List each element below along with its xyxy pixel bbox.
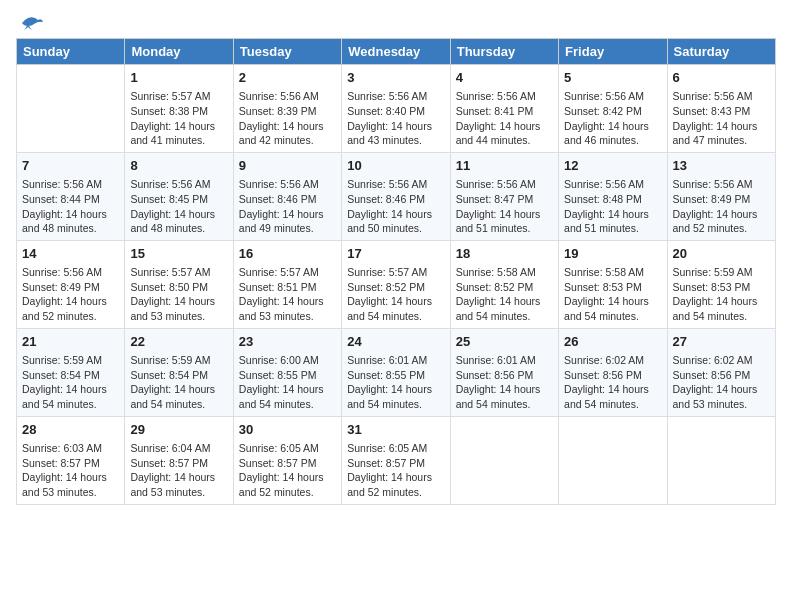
calendar-cell	[559, 416, 667, 504]
day-number: 19	[564, 245, 661, 263]
cell-content: Sunrise: 5:56 AM Sunset: 8:46 PM Dayligh…	[239, 177, 336, 236]
logo-bird-icon	[18, 16, 44, 36]
calendar-cell: 1Sunrise: 5:57 AM Sunset: 8:38 PM Daylig…	[125, 65, 233, 153]
weekday-header-monday: Monday	[125, 39, 233, 65]
cell-content: Sunrise: 5:59 AM Sunset: 8:53 PM Dayligh…	[673, 265, 770, 324]
cell-content: Sunrise: 5:56 AM Sunset: 8:45 PM Dayligh…	[130, 177, 227, 236]
weekday-header-tuesday: Tuesday	[233, 39, 341, 65]
day-number: 3	[347, 69, 444, 87]
calendar-cell: 13Sunrise: 5:56 AM Sunset: 8:49 PM Dayli…	[667, 152, 775, 240]
calendar-cell: 15Sunrise: 5:57 AM Sunset: 8:50 PM Dayli…	[125, 240, 233, 328]
day-number: 9	[239, 157, 336, 175]
day-number: 25	[456, 333, 553, 351]
calendar-cell: 17Sunrise: 5:57 AM Sunset: 8:52 PM Dayli…	[342, 240, 450, 328]
cell-content: Sunrise: 5:56 AM Sunset: 8:48 PM Dayligh…	[564, 177, 661, 236]
weekday-header-saturday: Saturday	[667, 39, 775, 65]
day-number: 13	[673, 157, 770, 175]
day-number: 22	[130, 333, 227, 351]
calendar-cell: 18Sunrise: 5:58 AM Sunset: 8:52 PM Dayli…	[450, 240, 558, 328]
calendar-cell	[667, 416, 775, 504]
calendar-cell: 6Sunrise: 5:56 AM Sunset: 8:43 PM Daylig…	[667, 65, 775, 153]
cell-content: Sunrise: 5:58 AM Sunset: 8:52 PM Dayligh…	[456, 265, 553, 324]
weekday-header-sunday: Sunday	[17, 39, 125, 65]
day-number: 27	[673, 333, 770, 351]
calendar-cell: 11Sunrise: 5:56 AM Sunset: 8:47 PM Dayli…	[450, 152, 558, 240]
day-number: 1	[130, 69, 227, 87]
day-number: 12	[564, 157, 661, 175]
calendar-cell	[17, 65, 125, 153]
calendar-cell: 3Sunrise: 5:56 AM Sunset: 8:40 PM Daylig…	[342, 65, 450, 153]
cell-content: Sunrise: 6:01 AM Sunset: 8:55 PM Dayligh…	[347, 353, 444, 412]
day-number: 23	[239, 333, 336, 351]
calendar-cell: 19Sunrise: 5:58 AM Sunset: 8:53 PM Dayli…	[559, 240, 667, 328]
cell-content: Sunrise: 5:59 AM Sunset: 8:54 PM Dayligh…	[22, 353, 119, 412]
calendar-cell: 10Sunrise: 5:56 AM Sunset: 8:46 PM Dayli…	[342, 152, 450, 240]
day-number: 30	[239, 421, 336, 439]
cell-content: Sunrise: 5:56 AM Sunset: 8:43 PM Dayligh…	[673, 89, 770, 148]
cell-content: Sunrise: 6:01 AM Sunset: 8:56 PM Dayligh…	[456, 353, 553, 412]
cell-content: Sunrise: 5:58 AM Sunset: 8:53 PM Dayligh…	[564, 265, 661, 324]
day-number: 2	[239, 69, 336, 87]
cell-content: Sunrise: 5:56 AM Sunset: 8:44 PM Dayligh…	[22, 177, 119, 236]
cell-content: Sunrise: 5:56 AM Sunset: 8:42 PM Dayligh…	[564, 89, 661, 148]
day-number: 6	[673, 69, 770, 87]
logo	[16, 16, 44, 34]
calendar-cell: 31Sunrise: 6:05 AM Sunset: 8:57 PM Dayli…	[342, 416, 450, 504]
calendar-cell: 25Sunrise: 6:01 AM Sunset: 8:56 PM Dayli…	[450, 328, 558, 416]
cell-content: Sunrise: 5:56 AM Sunset: 8:47 PM Dayligh…	[456, 177, 553, 236]
day-number: 21	[22, 333, 119, 351]
calendar-cell	[450, 416, 558, 504]
calendar-cell: 29Sunrise: 6:04 AM Sunset: 8:57 PM Dayli…	[125, 416, 233, 504]
cell-content: Sunrise: 5:59 AM Sunset: 8:54 PM Dayligh…	[130, 353, 227, 412]
calendar-cell: 16Sunrise: 5:57 AM Sunset: 8:51 PM Dayli…	[233, 240, 341, 328]
calendar-cell: 8Sunrise: 5:56 AM Sunset: 8:45 PM Daylig…	[125, 152, 233, 240]
calendar-cell: 14Sunrise: 5:56 AM Sunset: 8:49 PM Dayli…	[17, 240, 125, 328]
calendar-cell: 9Sunrise: 5:56 AM Sunset: 8:46 PM Daylig…	[233, 152, 341, 240]
calendar-cell: 23Sunrise: 6:00 AM Sunset: 8:55 PM Dayli…	[233, 328, 341, 416]
day-number: 15	[130, 245, 227, 263]
cell-content: Sunrise: 6:00 AM Sunset: 8:55 PM Dayligh…	[239, 353, 336, 412]
day-number: 4	[456, 69, 553, 87]
day-number: 11	[456, 157, 553, 175]
cell-content: Sunrise: 5:56 AM Sunset: 8:49 PM Dayligh…	[22, 265, 119, 324]
day-number: 5	[564, 69, 661, 87]
cell-content: Sunrise: 5:57 AM Sunset: 8:38 PM Dayligh…	[130, 89, 227, 148]
cell-content: Sunrise: 6:02 AM Sunset: 8:56 PM Dayligh…	[673, 353, 770, 412]
cell-content: Sunrise: 5:56 AM Sunset: 8:49 PM Dayligh…	[673, 177, 770, 236]
cell-content: Sunrise: 5:57 AM Sunset: 8:50 PM Dayligh…	[130, 265, 227, 324]
calendar-cell: 4Sunrise: 5:56 AM Sunset: 8:41 PM Daylig…	[450, 65, 558, 153]
cell-content: Sunrise: 5:56 AM Sunset: 8:39 PM Dayligh…	[239, 89, 336, 148]
day-number: 28	[22, 421, 119, 439]
cell-content: Sunrise: 6:02 AM Sunset: 8:56 PM Dayligh…	[564, 353, 661, 412]
weekday-header-wednesday: Wednesday	[342, 39, 450, 65]
calendar-cell: 7Sunrise: 5:56 AM Sunset: 8:44 PM Daylig…	[17, 152, 125, 240]
calendar-cell: 2Sunrise: 5:56 AM Sunset: 8:39 PM Daylig…	[233, 65, 341, 153]
weekday-header-friday: Friday	[559, 39, 667, 65]
calendar-cell: 21Sunrise: 5:59 AM Sunset: 8:54 PM Dayli…	[17, 328, 125, 416]
cell-content: Sunrise: 6:04 AM Sunset: 8:57 PM Dayligh…	[130, 441, 227, 500]
day-number: 7	[22, 157, 119, 175]
cell-content: Sunrise: 5:56 AM Sunset: 8:40 PM Dayligh…	[347, 89, 444, 148]
cell-content: Sunrise: 6:05 AM Sunset: 8:57 PM Dayligh…	[347, 441, 444, 500]
day-number: 24	[347, 333, 444, 351]
calendar-cell: 28Sunrise: 6:03 AM Sunset: 8:57 PM Dayli…	[17, 416, 125, 504]
day-number: 10	[347, 157, 444, 175]
calendar-cell: 20Sunrise: 5:59 AM Sunset: 8:53 PM Dayli…	[667, 240, 775, 328]
day-number: 14	[22, 245, 119, 263]
cell-content: Sunrise: 5:56 AM Sunset: 8:41 PM Dayligh…	[456, 89, 553, 148]
weekday-header-thursday: Thursday	[450, 39, 558, 65]
calendar-cell: 26Sunrise: 6:02 AM Sunset: 8:56 PM Dayli…	[559, 328, 667, 416]
day-number: 18	[456, 245, 553, 263]
calendar-cell: 30Sunrise: 6:05 AM Sunset: 8:57 PM Dayli…	[233, 416, 341, 504]
day-number: 16	[239, 245, 336, 263]
day-number: 26	[564, 333, 661, 351]
calendar-cell: 27Sunrise: 6:02 AM Sunset: 8:56 PM Dayli…	[667, 328, 775, 416]
day-number: 8	[130, 157, 227, 175]
day-number: 29	[130, 421, 227, 439]
day-number: 20	[673, 245, 770, 263]
calendar-cell: 22Sunrise: 5:59 AM Sunset: 8:54 PM Dayli…	[125, 328, 233, 416]
day-number: 31	[347, 421, 444, 439]
calendar-cell: 24Sunrise: 6:01 AM Sunset: 8:55 PM Dayli…	[342, 328, 450, 416]
cell-content: Sunrise: 5:57 AM Sunset: 8:52 PM Dayligh…	[347, 265, 444, 324]
calendar-cell: 12Sunrise: 5:56 AM Sunset: 8:48 PM Dayli…	[559, 152, 667, 240]
